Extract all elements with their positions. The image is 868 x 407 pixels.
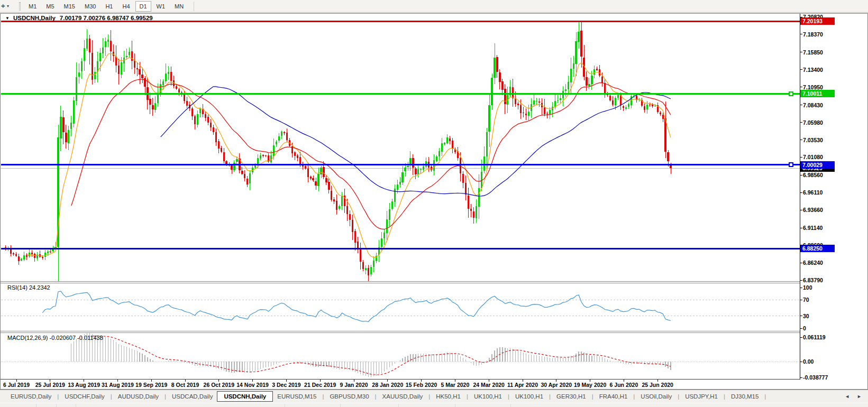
ma-slow-line[interactable] <box>161 87 671 196</box>
date-axis-label: 25 Jul 2019 <box>35 382 65 388</box>
scroll-tabs-right-icon[interactable]: ► <box>857 394 862 399</box>
scroll-tabs-left-icon[interactable]: ◄ <box>845 394 849 399</box>
timeframe-button-h4[interactable]: H4 <box>118 1 134 12</box>
tab-separator: | <box>547 393 552 400</box>
date-axis-label: 5 Mar 2020 <box>441 382 470 388</box>
timeframe-button-m15[interactable]: M15 <box>60 1 79 12</box>
price-axis-label: 6.91140 <box>803 225 823 231</box>
timeframe-button-m30[interactable]: M30 <box>80 1 100 12</box>
tab-uk100-h1[interactable]: UK100,H1 <box>511 392 547 401</box>
ma-fast-line[interactable] <box>26 53 671 257</box>
tab-audusd-daily[interactable]: AUDUSD,Daily <box>114 392 163 401</box>
chart-canvas[interactable] <box>1 14 868 390</box>
tab-usdchf-daily[interactable]: USDCHF,Daily <box>60 392 108 401</box>
timeframe-button-m5[interactable]: M5 <box>42 1 58 12</box>
rsi-indicator-label: RSI(14) 24.2342 <box>7 284 50 291</box>
hline-price-badge[interactable]: 6.88250 <box>800 245 835 252</box>
rsi-axis-label: 0 <box>803 325 806 331</box>
ma-mid-line[interactable] <box>71 79 671 229</box>
timeframe-button-mn[interactable]: MN <box>170 1 188 12</box>
tab-separator: | <box>373 393 378 400</box>
status-bar-divider <box>285 404 285 407</box>
timeframe-button-d1[interactable]: D1 <box>135 1 151 12</box>
tab-separator: | <box>321 393 325 400</box>
macd-axis-label: 0.00 <box>803 358 814 365</box>
tab-separator: | <box>506 393 511 400</box>
date-axis-label: 15 Feb 2020 <box>406 382 437 388</box>
date-axis-label: 13 Aug 2019 <box>68 382 100 388</box>
macd-signal-value: -0.011438 <box>77 335 103 341</box>
macd-axis-label: -0.038777 <box>803 374 828 381</box>
chart-tabs: EURUSD,Daily|USDCHF,Daily|AUDUSD,Daily|U… <box>6 391 768 402</box>
tab-separator: | <box>722 393 727 400</box>
date-axis-label: 9 Jan 2020 <box>340 382 368 388</box>
price-axis-label: 6.98560 <box>803 172 823 178</box>
tab-usdcad-daily[interactable]: USDCAD,Daily <box>168 392 217 401</box>
tab-fra40-h1[interactable]: FRA40,H1 <box>595 392 632 401</box>
tab-separator: | <box>590 393 595 400</box>
date-axis-label: 24 Mar 2020 <box>473 382 505 388</box>
tab-dj30-m15[interactable]: DJ30,M15 <box>727 392 763 401</box>
date-axis-label: 3 Dec 2019 <box>272 382 300 388</box>
macd-indicator-label: MACD(12,26,9) -0.020607 -0.011438 <box>7 335 103 341</box>
date-axis-label: 26 Oct 2019 <box>204 382 234 388</box>
date-axis-label: 11 Apr 2020 <box>507 382 538 388</box>
tab-eurusd-daily[interactable]: EURUSD,Daily <box>6 392 56 401</box>
timeframe-button-w1[interactable]: W1 <box>152 1 170 12</box>
window-menu-icon[interactable]: ▼ <box>5 16 10 21</box>
rsi-name: RSI(14) <box>7 284 28 291</box>
hline-price-badge[interactable]: 7.00029 <box>800 161 835 169</box>
horizontal-lines-layer[interactable] <box>1 21 800 248</box>
moving-averages-layer[interactable] <box>26 53 671 257</box>
dropdown-caret-icon[interactable]: ▾ <box>7 4 9 8</box>
timeframe-button-h1[interactable]: H1 <box>101 1 117 12</box>
date-axis-label: 31 Aug 2019 <box>102 382 134 388</box>
macd-histogram <box>71 333 671 377</box>
status-bar-divider <box>36 404 36 407</box>
tab-usdcnh-daily[interactable]: USDCNH,Daily <box>217 391 273 402</box>
tab-separator: | <box>676 393 681 400</box>
hline-handle[interactable] <box>789 163 793 166</box>
chart-tab-bar: EURUSD,Daily|USDCHF,Daily|AUDUSD,Daily|U… <box>0 390 868 403</box>
date-axis-label: 8 Oct 2019 <box>171 382 199 388</box>
status-bar-divider <box>76 404 76 407</box>
date-axis-label: 21 Dec 2019 <box>304 382 336 388</box>
rsi-axis-label: 100 <box>803 284 812 291</box>
rsi-line[interactable] <box>42 291 671 322</box>
rsi-line-layer[interactable] <box>42 291 671 322</box>
rsi-axis-label: 70 <box>803 297 809 303</box>
pointer-tool-group[interactable]: ⌖ ▾ <box>0 0 18 12</box>
chart-ohlc-values: 7.00179 7.00276 6.98747 6.99529 <box>60 15 153 21</box>
tab-eurusd-m15[interactable]: EURUSD,M15 <box>273 392 321 401</box>
date-axis-label: 25 Jun 2020 <box>642 382 673 388</box>
tab-separator: | <box>632 393 636 400</box>
status-bar-divider <box>455 404 455 407</box>
hline-price-badge[interactable]: 7.10011 <box>800 90 835 97</box>
candles-layer[interactable] <box>5 21 672 282</box>
status-bar-divider <box>340 404 341 407</box>
chart-symbol-period: USDCNH,Daily <box>13 15 56 21</box>
status-bar-divider <box>510 404 511 407</box>
price-axis-label: 6.93660 <box>803 207 823 213</box>
date-axis-label: 30 Apr 2020 <box>541 382 572 388</box>
tab-separator: | <box>427 393 432 400</box>
tab-gbpusd-m30[interactable]: GBPUSD,M30 <box>325 392 373 401</box>
tab-uk100-h1[interactable]: UK100,H1 <box>470 392 506 401</box>
tab-hk50-h1[interactable]: HK50,H1 <box>432 392 465 401</box>
timeframe-toolbar: M1M5M15M30H1H4D1W1MN <box>24 0 188 12</box>
hline-handle[interactable] <box>789 92 793 96</box>
price-axis-label: 7.18370 <box>803 31 823 38</box>
tab-ger30-h1[interactable]: GER30,H1 <box>552 392 590 401</box>
tab-usdjpy-h1[interactable]: USDJPY,H1 <box>681 392 722 401</box>
macd-name: MACD(12,26,9) <box>7 335 48 341</box>
timeframe-button-m1[interactable]: M1 <box>24 1 41 12</box>
hline-price-badge[interactable]: 7.20193 <box>800 17 835 25</box>
price-axis-label: 7.05980 <box>803 119 823 126</box>
tab-usoil-daily[interactable]: USOil,Daily <box>636 392 676 401</box>
tab-xauusd-daily[interactable]: XAUUSD,Daily <box>378 392 427 401</box>
tab-separator: | <box>109 393 114 400</box>
price-axis-label: 7.03530 <box>803 137 823 143</box>
toolbar-separator <box>194 2 194 11</box>
crosshair-cursor-icon[interactable]: ⌖ <box>1 2 5 11</box>
status-bar-divider <box>398 404 399 407</box>
